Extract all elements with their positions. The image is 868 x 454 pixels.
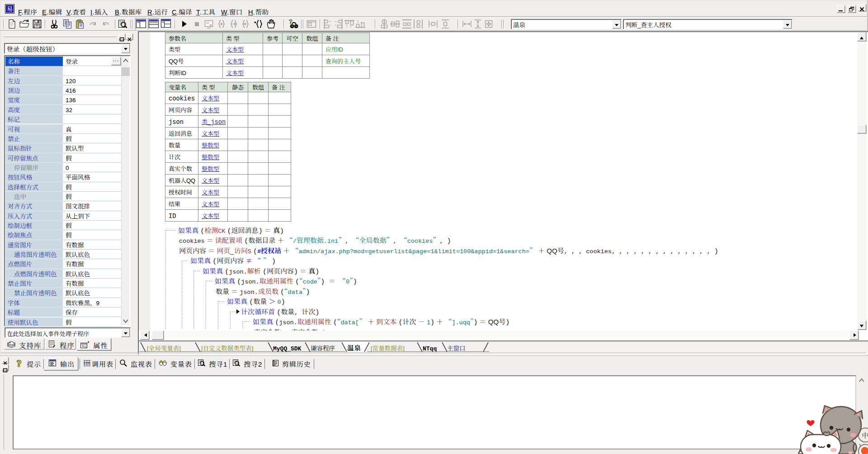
svg-text:中: 中 — [862, 430, 868, 440]
svg-text:?: ? — [17, 359, 22, 368]
svg-text:易: 易 — [7, 4, 13, 13]
svg-text:?: ? — [289, 19, 292, 25]
